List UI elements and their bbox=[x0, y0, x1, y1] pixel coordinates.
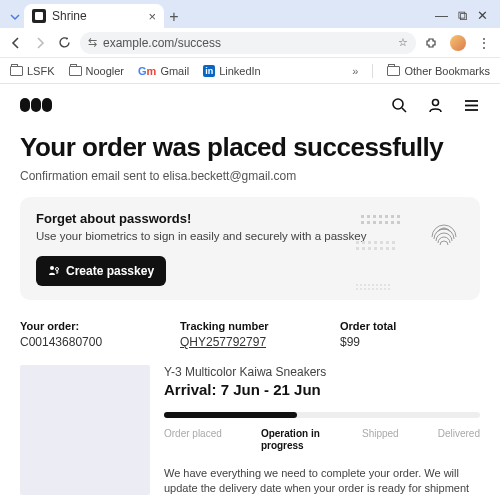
extensions-icon[interactable] bbox=[424, 35, 440, 51]
tracking-number-link[interactable]: QHY257792797 bbox=[180, 335, 300, 349]
page-title: Your order was placed successfully bbox=[20, 132, 480, 163]
bookmark-label: LSFK bbox=[27, 65, 55, 77]
passkey-subtitle: Use your biometrics to sign in easily an… bbox=[36, 230, 464, 242]
bookmark-label: Noogler bbox=[86, 65, 125, 77]
bookmark-lsfk[interactable]: LSFK bbox=[10, 65, 55, 77]
bookmark-label: Gmail bbox=[160, 65, 189, 77]
svg-point-0 bbox=[393, 99, 403, 109]
shipment-note: We have everything we need to complete y… bbox=[164, 466, 480, 497]
bookmark-label: Other Bookmarks bbox=[404, 65, 490, 77]
order-item: Y-3 Multicolor Kaiwa Sneakers Arrival: 7… bbox=[20, 365, 480, 497]
svg-line-1 bbox=[402, 108, 406, 112]
page-content: Your order was placed successfully Confi… bbox=[0, 84, 500, 500]
shipment-progress-bar bbox=[164, 412, 480, 418]
progress-fill bbox=[164, 412, 297, 418]
svg-point-7 bbox=[56, 268, 59, 271]
close-tab-icon[interactable]: × bbox=[148, 9, 156, 24]
close-window-icon[interactable]: ✕ bbox=[477, 8, 488, 24]
favicon-icon bbox=[32, 9, 46, 23]
back-button[interactable] bbox=[8, 35, 24, 51]
confirmation-text: Confirmation email sent to elisa.beckett… bbox=[20, 169, 480, 183]
arrival-window: Arrival: 7 Jun - 21 Jun bbox=[164, 381, 480, 398]
chrome-menu-icon[interactable]: ⋮ bbox=[476, 35, 492, 51]
reload-button[interactable] bbox=[56, 35, 72, 51]
stage-operation: Operation in progress bbox=[261, 428, 323, 452]
bookmark-label: LinkedIn bbox=[219, 65, 261, 77]
shipment-stages: Order placed Operation in progress Shipp… bbox=[164, 428, 480, 452]
address-bar[interactable]: ⇆ example.com/success ☆ bbox=[80, 32, 416, 54]
svg-point-2 bbox=[432, 99, 438, 105]
account-icon[interactable] bbox=[426, 96, 444, 114]
bookmark-noogler[interactable]: Noogler bbox=[69, 65, 125, 77]
profile-avatar[interactable] bbox=[450, 35, 466, 51]
folder-icon bbox=[69, 66, 82, 76]
order-number: C00143680700 bbox=[20, 335, 140, 349]
product-thumbnail[interactable] bbox=[20, 365, 150, 495]
forward-button[interactable] bbox=[32, 35, 48, 51]
window-controls: — ⧉ ✕ bbox=[429, 8, 494, 28]
new-tab-button[interactable]: + bbox=[164, 6, 184, 28]
passkey-icon bbox=[48, 264, 60, 278]
search-icon[interactable] bbox=[390, 96, 408, 114]
fingerprint-icon bbox=[424, 217, 464, 257]
other-bookmarks[interactable]: Other Bookmarks bbox=[387, 65, 490, 77]
folder-icon bbox=[10, 66, 23, 76]
tracking-label: Tracking number bbox=[180, 320, 300, 332]
folder-icon bbox=[387, 66, 400, 76]
passkey-button-label: Create passkey bbox=[66, 264, 154, 278]
order-metadata: Your order: C00143680700 Tracking number… bbox=[20, 320, 480, 349]
order-total-value: $99 bbox=[340, 335, 460, 349]
product-name: Y-3 Multicolor Kaiwa Sneakers bbox=[164, 365, 480, 379]
minimize-icon[interactable]: — bbox=[435, 8, 448, 24]
decorative-dots bbox=[361, 215, 400, 224]
bookmark-star-icon[interactable]: ☆ bbox=[398, 36, 408, 49]
svg-point-6 bbox=[50, 266, 54, 270]
stage-placed: Order placed bbox=[164, 428, 222, 452]
order-total-label: Order total bbox=[340, 320, 460, 332]
bookmark-gmail[interactable]: GmGmail bbox=[138, 65, 189, 77]
url-text: example.com/success bbox=[103, 36, 221, 50]
app-logo[interactable] bbox=[20, 98, 52, 112]
stage-shipped: Shipped bbox=[362, 428, 399, 452]
site-info-icon[interactable]: ⇆ bbox=[88, 36, 97, 49]
bookmarks-bar: LSFK Noogler GmGmail inLinkedIn » Other … bbox=[0, 58, 500, 84]
decorative-dots bbox=[356, 241, 395, 250]
maximize-icon[interactable]: ⧉ bbox=[458, 8, 467, 24]
linkedin-icon: in bbox=[203, 65, 215, 77]
stage-delivered: Delivered bbox=[438, 428, 480, 452]
bookmarks-overflow-icon[interactable]: » bbox=[352, 65, 358, 77]
tab-title: Shrine bbox=[52, 9, 87, 23]
menu-icon[interactable] bbox=[462, 96, 480, 114]
app-header bbox=[20, 96, 480, 114]
passkey-card: Forget about passwords! Use your biometr… bbox=[20, 197, 480, 300]
decorative-dots bbox=[356, 284, 390, 290]
your-order-label: Your order: bbox=[20, 320, 140, 332]
create-passkey-button[interactable]: Create passkey bbox=[36, 256, 166, 286]
gmail-icon: Gm bbox=[138, 65, 156, 77]
browser-tab[interactable]: Shrine × bbox=[24, 4, 164, 28]
browser-toolbar: ⇆ example.com/success ☆ ⋮ bbox=[0, 28, 500, 58]
tab-search-dropdown[interactable] bbox=[6, 6, 24, 28]
bookmark-linkedin[interactable]: inLinkedIn bbox=[203, 65, 261, 77]
browser-tab-strip: Shrine × + — ⧉ ✕ bbox=[0, 0, 500, 28]
